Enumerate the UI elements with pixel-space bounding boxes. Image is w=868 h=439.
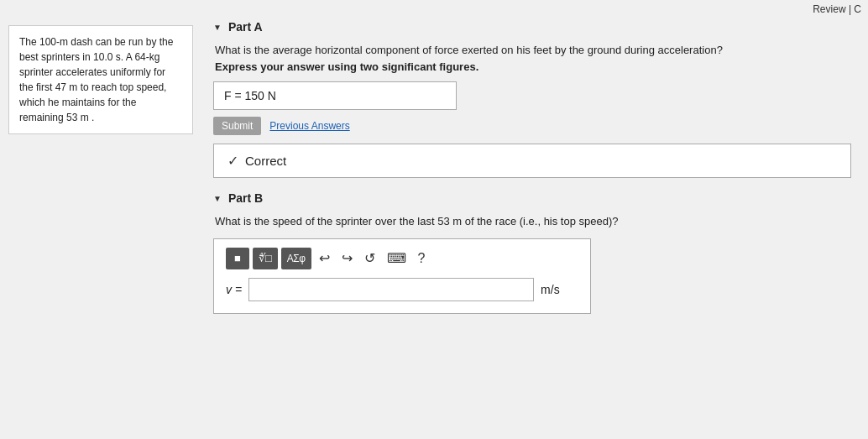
math-toolbar: ■ ∜□ ΑΣφ ↩ ↪ ↺ ⌨ ? — [226, 248, 578, 269]
part-b-section: ▼ Part B What is the speed of the sprint… — [213, 191, 851, 314]
previous-answers-link[interactable]: Previous Answers — [269, 120, 349, 132]
part-a-header: ▼ Part A — [213, 20, 851, 34]
refresh-btn[interactable]: ↺ — [360, 248, 379, 268]
v-label: v = — [226, 283, 242, 296]
problem-text: The 100-m dash can be run by the best sp… — [19, 36, 173, 123]
math-input-area: ■ ∜□ ΑΣφ ↩ ↪ ↺ ⌨ ? v = m/s — [213, 238, 591, 314]
square-btn[interactable]: ■ — [226, 248, 249, 269]
review-link[interactable]: Review | C — [813, 3, 861, 15]
part-a-submit-row: Submit Previous Answers — [213, 117, 851, 135]
problem-statement: The 100-m dash can be run by the best sp… — [8, 25, 193, 134]
main-content: ▼ Part A What is the average horizontal … — [193, 0, 868, 439]
part-a-answer-box: F = 150 N — [213, 81, 457, 110]
part-b-title: Part B — [228, 191, 263, 205]
v-input[interactable] — [248, 278, 534, 301]
part-a-answer-value: F = 150 N — [224, 89, 276, 102]
part-a-question: What is the average horizontal component… — [215, 42, 851, 75]
correct-box: ✓ Correct — [213, 144, 851, 178]
part-a-arrow-icon[interactable]: ▼ — [213, 23, 222, 32]
checkmark-icon: ✓ — [227, 153, 238, 169]
part-a-instruction: Express your answer using two significan… — [215, 60, 478, 73]
correct-label: Correct — [245, 154, 286, 168]
part-a-title: Part A — [228, 20, 263, 34]
submit-button[interactable]: Submit — [213, 117, 261, 135]
v-unit: m/s — [541, 283, 560, 296]
part-b-arrow-icon[interactable]: ▼ — [213, 194, 222, 203]
review-link-text: Review | C — [813, 3, 861, 15]
v-input-row: v = m/s — [226, 278, 578, 301]
part-a-question-line1: What is the average horizontal component… — [215, 44, 723, 56]
greek-btn[interactable]: ΑΣφ — [281, 248, 311, 269]
part-b-header: ▼ Part B — [213, 191, 851, 205]
part-b-question: What is the speed of the sprinter over t… — [215, 213, 851, 230]
redo-btn[interactable]: ↪ — [337, 248, 357, 268]
keyboard-btn[interactable]: ⌨ — [383, 248, 410, 268]
root-btn[interactable]: ∜□ — [253, 248, 278, 269]
undo-btn[interactable]: ↩ — [315, 248, 334, 268]
help-btn[interactable]: ? — [414, 249, 430, 268]
